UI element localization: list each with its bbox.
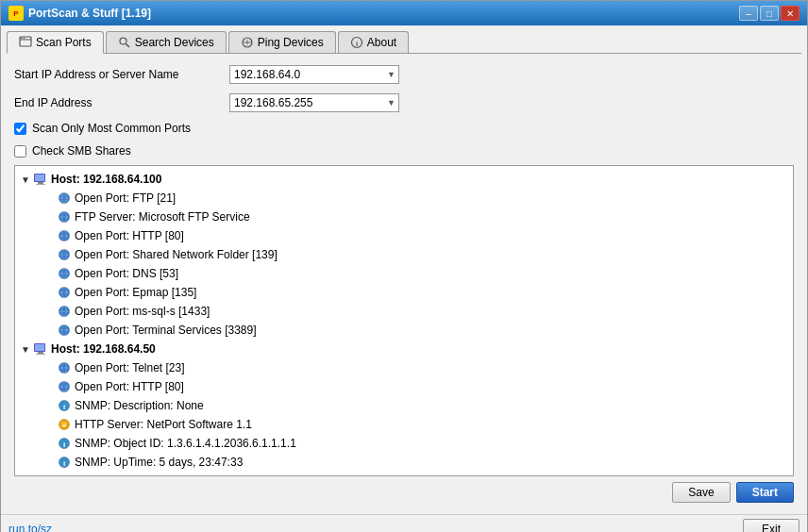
footer-buttons: Save Start: [7, 476, 801, 508]
globe-icon: [57, 266, 72, 281]
info-icon: i: [57, 455, 72, 470]
item-text: Open Port: Epmap [135]: [75, 284, 196, 301]
svg-point-6: [120, 38, 126, 44]
item-text: Open Port: ms-sql-s [1433]: [75, 303, 210, 320]
tree-item-1-4: Open Port: Shared Network Folder [139]: [19, 245, 789, 264]
svg-point-4: [21, 38, 23, 40]
end-ip-label: End IP Address: [14, 96, 222, 109]
svg-text:e: e: [62, 423, 65, 428]
tab-ping-devices[interactable]: Ping Devices: [228, 31, 336, 53]
item-text: SNMP: Object ID: 1.3.6.1.4.1.2036.6.1.1.…: [75, 435, 296, 452]
run-to-sz-link[interactable]: run.to/sz: [8, 523, 52, 532]
tab-ping-devices-label: Ping Devices: [258, 36, 324, 49]
info-icon: i: [57, 436, 72, 451]
globe-icon: [57, 379, 72, 394]
host-2-label: Host: 192.168.64.50: [51, 341, 156, 357]
globe-icon: [57, 323, 72, 338]
close-button[interactable]: ✕: [781, 6, 800, 21]
host-icon-2: [33, 341, 48, 357]
item-text: Open Port: Shared Network Folder [139]: [75, 246, 278, 263]
scan-icon: [19, 36, 32, 49]
svg-text:i: i: [63, 403, 65, 411]
host-icon-1: [33, 172, 48, 187]
scan-common-ports-label[interactable]: Scan Only Most Common Ports: [32, 122, 191, 135]
item-text: Open Port: FTP [21]: [75, 190, 176, 207]
scan-common-ports-checkbox[interactable]: [14, 123, 26, 135]
start-button[interactable]: Start: [736, 482, 794, 503]
check-smb-row: Check SMB Shares: [14, 144, 794, 158]
check-smb-label[interactable]: Check SMB Shares: [32, 144, 131, 158]
search-icon: [118, 36, 131, 49]
tree-item-1-7: Open Port: ms-sql-s [1433]: [19, 302, 789, 321]
svg-line-7: [126, 44, 129, 48]
globe-icon: [57, 247, 72, 262]
item-text: SNMP: UpTime: 5 days, 23:47:33: [75, 454, 243, 471]
tab-scan-ports[interactable]: Scan Ports: [7, 31, 104, 54]
tab-about[interactable]: i About: [338, 31, 409, 53]
title-bar: P PortScan & Stuff [1.19] – □ ✕: [1, 1, 807, 25]
tree-item-1-3: Open Port: HTTP [80]: [19, 226, 789, 245]
item-text: Open Port: HTTP [80]: [75, 378, 184, 395]
globe-icon: [57, 285, 72, 300]
end-ip-wrapper: 192.168.65.255: [229, 93, 399, 112]
item-text: Open Port: DNS [53]: [75, 265, 178, 282]
about-icon: i: [350, 36, 363, 49]
svg-rect-13: [38, 182, 43, 184]
window-title: PortScan & Stuff [1.19]: [28, 7, 151, 20]
expand-arrow-2[interactable]: ▼: [21, 342, 30, 357]
svg-rect-44: [36, 354, 45, 355]
app-icon: P: [8, 6, 24, 21]
tab-scan-ports-label: Scan Ports: [36, 36, 92, 49]
scan-common-ports-row: Scan Only Most Common Ports: [14, 122, 794, 135]
title-bar-left: P PortScan & Stuff [1.19]: [8, 6, 151, 21]
tab-search-devices[interactable]: Search Devices: [106, 31, 227, 53]
globe-icon: [57, 191, 72, 206]
tree-item-2-6: i SNMP: UpTime: 5 days, 23:47:33: [19, 453, 789, 472]
title-bar-controls: – □ ✕: [739, 6, 800, 21]
http-icon: e: [57, 417, 72, 432]
host-item-1[interactable]: ▼ Host: 192.168.64.100: [19, 170, 789, 189]
svg-rect-45: [35, 344, 44, 351]
ping-icon: [241, 36, 254, 49]
expand-arrow-1[interactable]: ▼: [21, 173, 30, 187]
tree-item-2-1: Open Port: Telnet [23]: [19, 358, 789, 377]
start-ip-select[interactable]: 192.168.64.0: [229, 65, 399, 84]
tree-item-2-3: i SNMP: Description: None: [19, 396, 789, 415]
info-icon: i: [57, 398, 72, 413]
save-button[interactable]: Save: [672, 482, 730, 503]
item-text: Open Port: HTTP [80]: [75, 227, 184, 244]
maximize-button[interactable]: □: [760, 6, 779, 21]
globe-icon: [57, 228, 72, 243]
globe-icon: [57, 304, 72, 319]
svg-rect-14: [36, 184, 45, 185]
check-smb-checkbox[interactable]: [14, 145, 26, 158]
svg-rect-15: [35, 175, 44, 181]
svg-text:i: i: [63, 459, 65, 468]
host-1-label: Host: 192.168.64.100: [51, 171, 161, 188]
results-tree[interactable]: ▼ Host: 192.168.64.100: [14, 165, 794, 476]
host-item-2[interactable]: ▼ Host: 192.168.64.50: [19, 340, 789, 358]
end-ip-row: End IP Address 192.168.65.255: [14, 93, 794, 112]
tree-item-2-2: Open Port: HTTP [80]: [19, 377, 789, 396]
tab-bar: Scan Ports Search Devices: [7, 31, 801, 54]
tree-item-1-8: Open Port: Terminal Services [3389]: [19, 321, 789, 340]
tab-search-devices-label: Search Devices: [135, 36, 214, 49]
tree-item-1-6: Open Port: Epmap [135]: [19, 283, 789, 302]
svg-text:i: i: [356, 40, 358, 48]
svg-text:i: i: [63, 441, 65, 449]
svg-point-5: [24, 38, 25, 40]
item-text: HTTP Server: NetPort Software 1.1: [75, 416, 252, 433]
item-text: Open Port: Terminal Services [3389]: [75, 322, 257, 339]
tree-item-2-5: i SNMP: Object ID: 1.3.6.1.4.1.2036.6.1.…: [19, 434, 789, 453]
tree-item-1-2: FTP Server: Microsoft FTP Service: [19, 208, 789, 226]
start-ip-label: Start IP Address or Server Name: [14, 68, 222, 81]
end-ip-select[interactable]: 192.168.65.255: [229, 93, 399, 112]
minimize-button[interactable]: –: [739, 6, 758, 21]
status-bar: run.to/sz Exit: [1, 514, 807, 532]
item-text: SNMP: Description: None: [75, 397, 204, 414]
tab-about-label: About: [367, 36, 396, 49]
tree-item-2-4: e HTTP Server: NetPort Software 1.1: [19, 415, 789, 434]
globe-icon: [57, 209, 72, 224]
exit-button[interactable]: Exit: [743, 519, 800, 532]
item-text: Open Port: Telnet [23]: [75, 359, 185, 376]
